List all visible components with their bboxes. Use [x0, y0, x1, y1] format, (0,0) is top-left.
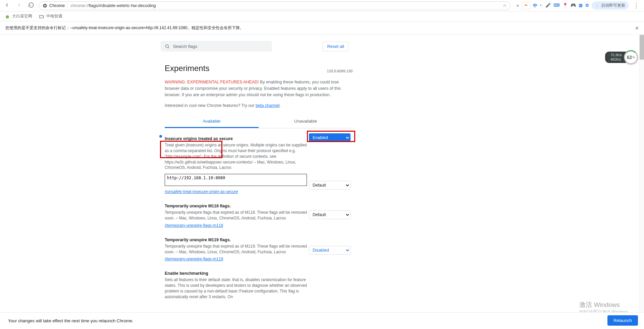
- scrollbar-thumb[interactable]: [640, 35, 644, 60]
- infobar-text: 您使用的是不受支持的命令行标记：--unsafely-treat-insecur…: [5, 25, 244, 31]
- back-icon[interactable]: [4, 2, 10, 9]
- ext-icon-5[interactable]: 📍: [562, 3, 568, 9]
- insecure-origins-textarea[interactable]: [165, 174, 307, 186]
- bookmark-2[interactable]: 中电智通: [39, 13, 62, 19]
- tab-available[interactable]: Available: [165, 115, 259, 128]
- ext-icon-7[interactable]: ▦: [579, 3, 583, 9]
- chrome-badge-label: Chrome: [49, 3, 65, 8]
- version-label: 120.0.6099.130: [327, 69, 353, 73]
- search-icon: [165, 44, 170, 49]
- extensions-row: ▾ 中 •, 🎤 ⌨ 📍 🎮 ▦ ✿ ：启动即可更新 ⋮: [515, 1, 641, 10]
- cabbage-icon: [5, 14, 10, 19]
- downloads-icon[interactable]: ▾: [517, 3, 519, 8]
- flag-select-benchmarking[interactable]: Disabled: [309, 246, 351, 255]
- ext-icon-4[interactable]: ⌨: [553, 3, 560, 9]
- address-bar[interactable]: Chrome chrome://flags/#disable-webrtc-hw…: [39, 1, 511, 10]
- search-flags-input[interactable]: Search flags: [161, 41, 272, 52]
- flag-select-m119[interactable]: Default: [309, 210, 351, 219]
- flag-select-m118[interactable]: Default: [309, 181, 351, 190]
- ext-icon-6[interactable]: 🎮: [571, 3, 576, 9]
- warning-text: WARNING: EXPERIMENTAL FEATURES AHEAD! By…: [165, 79, 353, 98]
- unsupported-flag-infobar: 您使用的是不受支持的命令行标记：--unsafely-treat-insecur…: [0, 21, 644, 35]
- chrome-icon: [43, 3, 47, 8]
- sogou-ime-icon[interactable]: [522, 2, 530, 9]
- svg-point-1: [44, 5, 46, 6]
- bookmark-1[interactable]: 大白菜官网: [5, 13, 32, 19]
- page-body: Search flags Reset all Experiments 120.0…: [0, 35, 644, 329]
- search-placeholder: Search flags: [173, 44, 197, 49]
- ext-icon-2[interactable]: •,: [540, 3, 543, 9]
- relaunch-button[interactable]: Relaunch: [607, 315, 638, 326]
- reload-icon[interactable]: [28, 2, 34, 9]
- bookmarks-bar: 大白菜官网 中电智通: [0, 11, 644, 21]
- svg-point-3: [166, 45, 169, 48]
- browser-toolbar: Chrome chrome://flags/#disable-webrtc-hw…: [0, 0, 644, 11]
- page-title: Experiments: [165, 64, 209, 73]
- flag-desc: Treat given (insecure) origins as secure…: [165, 142, 309, 171]
- ext-icon-1[interactable]: 中: [533, 3, 537, 9]
- ext-icon-3[interactable]: 🎤: [545, 3, 551, 9]
- update-button[interactable]: ：启动即可更新: [592, 1, 629, 10]
- reset-all-button[interactable]: Reset all: [323, 42, 348, 51]
- vertical-scrollbar[interactable]: [639, 35, 644, 312]
- flag-desc: Temporarily unexpire flags that expired …: [165, 244, 309, 255]
- forward-icon: [16, 2, 22, 9]
- beta-line: Interested in cool new Chrome features? …: [165, 103, 479, 108]
- bookmark-2-label: 中电智通: [46, 13, 62, 19]
- menu-icon[interactable]: ⋮: [631, 2, 641, 9]
- flag-desc: Temporarily unexpire flags that expired …: [165, 210, 309, 221]
- meter-circle: 62%: [624, 50, 638, 64]
- beta-channel-link[interactable]: beta channel: [256, 103, 280, 108]
- url-text: chrome://flags/#disable-webrtc-hw-decodi…: [70, 3, 156, 8]
- tab-unavailable[interactable]: Unavailable: [259, 115, 353, 128]
- bookmark-star-icon[interactable]: ☆: [503, 3, 507, 8]
- close-icon[interactable]: ×: [635, 24, 639, 31]
- folder-icon: [39, 14, 44, 19]
- flag-anchor-link[interactable]: #temporary-unexpire-flags-m118: [165, 223, 223, 228]
- tabs: Available Unavailable: [165, 115, 353, 128]
- flag-anchor-link[interactable]: #unsafely-treat-insecure-origin-as-secur…: [165, 189, 238, 194]
- network-meter-widget[interactable]: 75.3K/s 481K/s 62%: [605, 50, 638, 64]
- bookmark-1-label: 大白菜官网: [12, 13, 32, 19]
- ext-icon-8[interactable]: ✿: [585, 3, 589, 9]
- relaunch-text: Your changes will take effect the next t…: [8, 318, 133, 323]
- flag-desc: Sets all features to their default state…: [165, 277, 309, 300]
- modified-dot-icon: [159, 135, 162, 138]
- flag-select-insecure-origins[interactable]: Enabled: [309, 133, 351, 142]
- flag-anchor-link[interactable]: #temporary-unexpire-flags-m119: [165, 257, 223, 261]
- relaunch-bar: Your changes will take effect the next t…: [0, 312, 644, 329]
- meter-pill: 75.3K/s 481K/s: [605, 52, 626, 63]
